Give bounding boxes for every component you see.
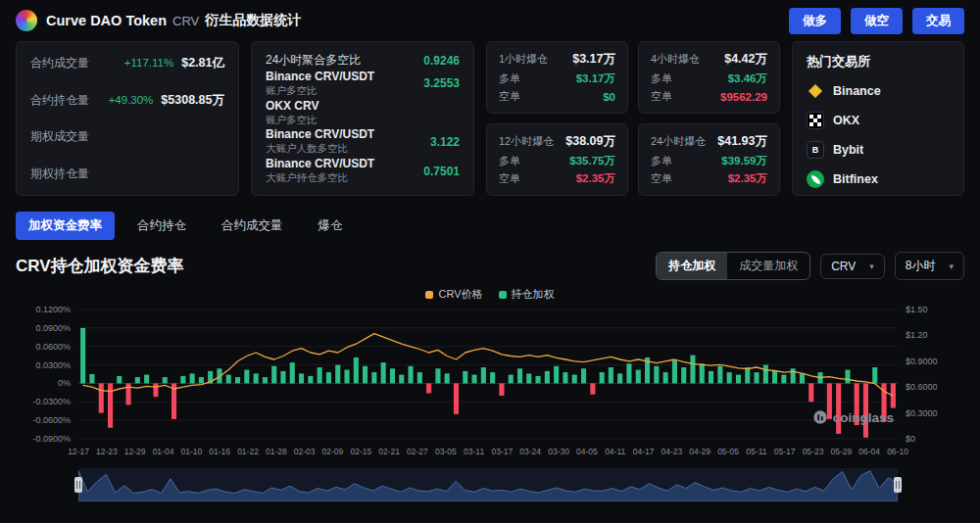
page-title-symbol: CRV bbox=[172, 14, 199, 28]
liquidation-total: $4.42万 bbox=[724, 51, 767, 68]
contract-stats-card: 合约成交量+117.11%$2.81亿合约持仓量+49.30%$5308.85万… bbox=[16, 41, 239, 196]
tab-weighted-funding-rate[interactable]: 加权资金费率 bbox=[16, 212, 115, 240]
svg-text:04-11: 04-11 bbox=[605, 447, 625, 456]
exchange-item-binance[interactable]: Binance bbox=[807, 82, 950, 100]
stat-row: 期权持仓量 bbox=[30, 166, 224, 182]
short-liquidation-value: $2.35万 bbox=[576, 171, 615, 186]
tab-contract-volume[interactable]: 合约成交量 bbox=[209, 212, 296, 240]
ratio-value: 0.7501 bbox=[423, 165, 460, 178]
navigator-left-handle[interactable] bbox=[74, 477, 82, 493]
ratio-name: OKX CRV bbox=[266, 99, 318, 113]
binance-icon bbox=[807, 82, 824, 100]
chart-canvas[interactable]: 0.1200%0.0900%0.0600%0.0300%0%-0.0300%-0… bbox=[16, 304, 964, 462]
svg-text:$0.3000: $0.3000 bbox=[906, 408, 938, 418]
stat-row: 合约持仓量+49.30%$5308.85万 bbox=[30, 92, 224, 109]
watermark-text: coinglass bbox=[833, 410, 894, 425]
short-label: 空单 bbox=[499, 89, 520, 104]
exchange-name: OKX bbox=[833, 114, 859, 127]
toggle-oi-weighted[interactable]: 持仓加权 bbox=[657, 253, 727, 279]
svg-text:03-24: 03-24 bbox=[519, 447, 541, 456]
liquidation-period-label: 1小时爆仓 bbox=[499, 52, 548, 67]
svg-text:$0.9000: $0.9000 bbox=[906, 357, 938, 366]
stat-row: 期权成交量 bbox=[30, 128, 224, 145]
ratio-sub-label: 大账户持仓多空比 bbox=[266, 171, 374, 185]
svg-text:03-17: 03-17 bbox=[492, 447, 514, 456]
svg-text:01-10: 01-10 bbox=[180, 447, 202, 456]
ratio-value: 0.9246 bbox=[423, 54, 460, 68]
liquidation-card-4h: 4小时爆仓$4.42万多单$3.46万空单$9562.29 bbox=[638, 41, 780, 114]
svg-text:03-30: 03-30 bbox=[548, 447, 569, 456]
stat-label: 期权成交量 bbox=[30, 128, 89, 145]
trade-button[interactable]: 交易 bbox=[912, 8, 964, 34]
svg-text:-0.0300%: -0.0300% bbox=[32, 397, 71, 406]
svg-text:-0.0900%: -0.0900% bbox=[32, 434, 71, 444]
exchange-name: Binance bbox=[833, 84, 881, 98]
app-header: Curve DAO Token CRV 衍生品数据统计 做多做空交易 bbox=[0, 0, 980, 41]
legend-item[interactable]: 持仓加权 bbox=[499, 287, 555, 302]
navigator-area[interactable] bbox=[78, 468, 898, 501]
chart-navigator[interactable] bbox=[78, 468, 898, 501]
symbol-select-value: CRV bbox=[831, 260, 856, 273]
tab-liquidation[interactable]: 爆仓 bbox=[306, 212, 356, 240]
chart-legend: CRV价格持仓加权 bbox=[0, 287, 980, 302]
short-liquidation-value: $9562.29 bbox=[720, 91, 767, 103]
navigator-right-handle[interactable] bbox=[894, 477, 902, 493]
ratio-row: 24小时聚合多空比0.9246 bbox=[266, 52, 460, 69]
svg-text:05-17: 05-17 bbox=[774, 447, 796, 456]
page-title: Curve DAO Token bbox=[46, 13, 167, 28]
long-liquidation-value: $35.75万 bbox=[569, 154, 615, 168]
liquidation-period-label: 24小时爆仓 bbox=[651, 134, 706, 149]
svg-text:0.1200%: 0.1200% bbox=[35, 305, 71, 314]
exchange-item-okx[interactable]: OKX bbox=[807, 112, 950, 129]
long-label: 多单 bbox=[499, 71, 520, 86]
svg-text:04-05: 04-05 bbox=[576, 447, 598, 456]
liquidation-period-label: 12小时爆仓 bbox=[499, 134, 554, 149]
curve-logo bbox=[16, 10, 37, 31]
legend-label: CRV价格 bbox=[438, 287, 482, 302]
coinglass-watermark: coinglass bbox=[812, 409, 894, 425]
svg-text:01-16: 01-16 bbox=[209, 447, 230, 456]
long-button[interactable]: 做多 bbox=[789, 8, 841, 34]
exchange-item-bybit[interactable]: BBybit bbox=[807, 141, 950, 159]
svg-text:05-11: 05-11 bbox=[746, 447, 766, 456]
svg-text:01-28: 01-28 bbox=[266, 447, 287, 456]
svg-text:02-03: 02-03 bbox=[294, 447, 316, 456]
short-liquidation-value: $0 bbox=[603, 91, 615, 103]
exchange-item-bitfinex[interactable]: Bitfinex bbox=[807, 170, 950, 188]
stat-label: 合约成交量 bbox=[30, 55, 89, 71]
ratio-sub-label: 账户多空比 bbox=[266, 114, 318, 127]
svg-text:05-23: 05-23 bbox=[803, 447, 824, 456]
svg-text:05-05: 05-05 bbox=[717, 447, 739, 456]
legend-label: 持仓加权 bbox=[512, 287, 555, 302]
short-button[interactable]: 做空 bbox=[851, 8, 903, 34]
tab-open-interest[interactable]: 合约持仓 bbox=[124, 212, 199, 240]
short-liquidation-value: $2.35万 bbox=[728, 171, 767, 186]
overview-cards: 合约成交量+117.11%$2.81亿合约持仓量+49.30%$5308.85万… bbox=[16, 41, 964, 196]
svg-text:06-10: 06-10 bbox=[887, 447, 908, 456]
svg-text:01-04: 01-04 bbox=[153, 447, 174, 456]
short-label: 空单 bbox=[651, 171, 672, 186]
interval-select[interactable]: 8小时 ▾ bbox=[895, 252, 964, 280]
svg-text:02-21: 02-21 bbox=[378, 447, 400, 456]
svg-text:-0.0600%: -0.0600% bbox=[32, 415, 71, 425]
stat-row: 合约成交量+117.11%$2.81亿 bbox=[30, 55, 224, 71]
ratio-row: Binance CRV/USDT账户多空比3.2553 bbox=[266, 70, 460, 98]
legend-item[interactable]: CRV价格 bbox=[425, 287, 482, 302]
long-label: 多单 bbox=[651, 154, 672, 168]
header-actions: 做多做空交易 bbox=[779, 8, 964, 34]
liquidation-card-1h: 1小时爆仓$3.17万多单$3.17万空单$0 bbox=[486, 41, 628, 114]
svg-text:$0: $0 bbox=[906, 434, 915, 444]
svg-text:0.0900%: 0.0900% bbox=[35, 323, 71, 333]
long-liquidation-value: $3.17万 bbox=[576, 71, 615, 86]
short-label: 空单 bbox=[499, 171, 520, 186]
svg-text:05-29: 05-29 bbox=[830, 447, 852, 456]
stat-change: +49.30% bbox=[109, 94, 154, 106]
long-liquidation-value: $39.59万 bbox=[721, 154, 767, 168]
bybit-icon: B bbox=[807, 141, 824, 159]
bitfinex-icon bbox=[807, 170, 824, 188]
symbol-select[interactable]: CRV ▾ bbox=[820, 254, 885, 279]
hot-exchanges-card: 热门交易所 BinanceOKXBBybitBitfinex bbox=[792, 41, 964, 196]
toggle-volume-weighted[interactable]: 成交量加权 bbox=[727, 253, 809, 279]
ratio-name: Binance CRV/USDT bbox=[266, 70, 374, 83]
section-tabs: 加权资金费率合约持仓合约成交量爆仓 bbox=[16, 212, 964, 240]
